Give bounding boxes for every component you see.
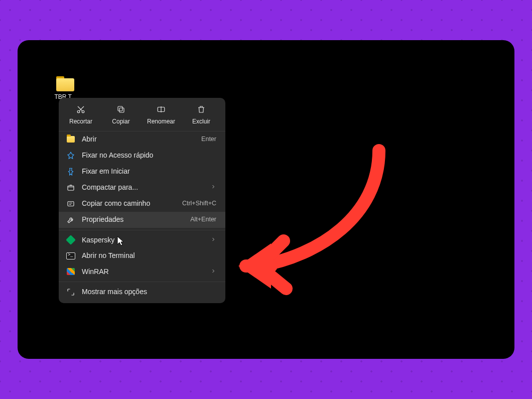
menu-item-winrar[interactable]: WinRAR (59, 264, 225, 280)
menu-item-label: Fixar no Acesso rápido (82, 151, 216, 160)
menu-separator (59, 282, 225, 282)
menu-item-pin-start[interactable]: Fixar em Iniciar (59, 164, 225, 180)
svg-marker-7 (238, 243, 271, 289)
rename-button[interactable]: Renomear (142, 102, 180, 129)
copy-button[interactable]: Copiar (102, 102, 140, 129)
menu-item-label: Propriedades (82, 215, 184, 224)
pin-icon (66, 151, 76, 160)
copy-icon (103, 105, 139, 116)
wrench-icon (66, 215, 76, 224)
menu-item-label: Kaspersky (82, 236, 204, 245)
chevron-right-icon (210, 268, 216, 277)
menu-item-open[interactable]: Abrir Enter (59, 131, 225, 148)
menu-separator (59, 230, 225, 230)
context-menu-topbar: Recortar Copiar Renomear (59, 98, 225, 131)
screenshot-panel: TBR T... Recortar Copiar (18, 40, 514, 359)
menu-item-open-terminal[interactable]: Abrir no Terminal (59, 248, 225, 264)
menu-item-label: Copiar como caminho (82, 199, 176, 208)
svg-rect-3 (118, 106, 122, 111)
menu-item-label: Fixar em Iniciar (82, 167, 216, 176)
menu-item-label: WinRAR (82, 268, 204, 277)
chevron-right-icon (210, 183, 216, 192)
delete-label: Excluir (192, 118, 210, 125)
menu-item-pin-quick-access[interactable]: Fixar no Acesso rápido (59, 148, 225, 164)
trash-icon (183, 105, 219, 116)
menu-item-label: Abrir (82, 135, 195, 144)
menu-item-label: Mostrar mais opções (82, 288, 216, 297)
scissors-icon (63, 105, 99, 116)
pin-icon (66, 167, 76, 176)
menu-item-label: Abrir no Terminal (82, 251, 216, 260)
menu-item-kaspersky[interactable]: Kaspersky (59, 232, 225, 248)
cut-label: Recortar (69, 118, 92, 125)
terminal-icon (66, 252, 76, 259)
delete-button[interactable]: Excluir (182, 102, 220, 129)
rename-icon (143, 105, 179, 116)
winrar-icon (66, 268, 76, 275)
context-menu: Recortar Copiar Renomear (59, 98, 225, 303)
svg-point-0 (77, 110, 80, 113)
menu-item-properties[interactable]: Propriedades Alt+Enter (59, 212, 225, 228)
menu-item-shortcut: Alt+Enter (190, 216, 216, 224)
svg-rect-6 (68, 201, 74, 206)
annotation-arrow-icon (228, 141, 394, 296)
menu-item-compress[interactable]: Compactar para... (59, 180, 225, 196)
menu-item-copy-as-path[interactable]: Copiar como caminho Ctrl+Shift+C (59, 196, 225, 212)
svg-rect-2 (119, 108, 124, 112)
menu-item-shortcut: Ctrl+Shift+C (182, 200, 216, 208)
menu-item-shortcut: Enter (201, 136, 216, 144)
kaspersky-icon (66, 236, 76, 243)
archive-icon (66, 183, 76, 192)
folder-icon (66, 136, 76, 143)
copy-label: Copiar (112, 118, 129, 125)
menu-item-more-options[interactable]: Mostrar mais opções (59, 284, 225, 300)
expand-icon (66, 288, 76, 297)
folder-icon (56, 76, 74, 91)
svg-rect-5 (68, 186, 74, 190)
desktop-folder[interactable]: TBR T... (48, 76, 83, 100)
copy-path-icon (66, 199, 76, 208)
chevron-right-icon (210, 236, 216, 245)
menu-item-label: Compactar para... (82, 183, 204, 192)
cut-button[interactable]: Recortar (62, 102, 100, 129)
svg-point-1 (82, 110, 84, 113)
rename-label: Renomear (147, 118, 175, 125)
article-backdrop: TBR T... Recortar Copiar (0, 0, 532, 399)
